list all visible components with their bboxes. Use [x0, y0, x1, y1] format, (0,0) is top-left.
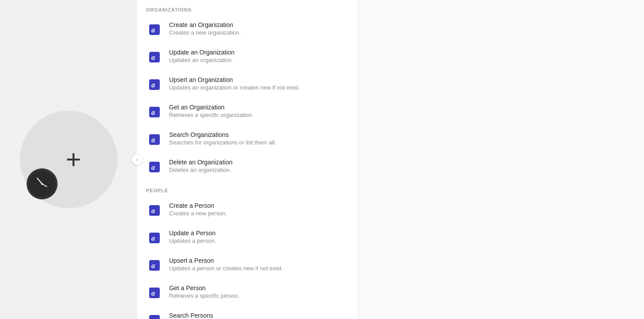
- menu-item-create-org[interactable]: a Create an OrganizationCreates a new or…: [137, 16, 358, 43]
- item-icon-update-org: a: [146, 49, 163, 66]
- svg-text:a: a: [151, 54, 155, 61]
- menu-item-create-person[interactable]: a Create a PersonCreates a new person.: [137, 197, 358, 224]
- item-icon-search-orgs: a: [146, 131, 163, 148]
- menu-item-search-persons[interactable]: a Search PersonsSearches for persons or …: [137, 307, 358, 319]
- menu-panel: ORGANIZATIONS a Create an OrganizationCr…: [137, 0, 359, 319]
- svg-text:a: a: [151, 317, 155, 319]
- menu-item-upsert-person[interactable]: a Upsert a PersonUpdates a person or cre…: [137, 252, 358, 279]
- svg-text:a: a: [151, 109, 155, 116]
- right-panel: [359, 0, 644, 319]
- item-content-create-person: Create a PersonCreates a new person.: [169, 202, 227, 217]
- section-header-people: PEOPLE: [137, 181, 358, 197]
- item-desc-upsert-person: Updates a person or creates new if not e…: [169, 265, 283, 272]
- svg-text:a: a: [151, 136, 155, 144]
- item-icon-get-person: a: [146, 284, 163, 301]
- menu-item-get-person[interactable]: a Get a PersonRetrieves a specific perso…: [137, 279, 358, 307]
- item-content-upsert-person: Upsert a PersonUpdates a person or creat…: [169, 257, 283, 272]
- svg-text:a: a: [151, 234, 155, 242]
- collapse-button[interactable]: ‹: [132, 154, 143, 165]
- item-title-create-person: Create a Person: [169, 202, 227, 209]
- item-desc-update-person: Updates a person.: [169, 237, 216, 244]
- item-title-get-org: Get an Organization: [169, 104, 254, 111]
- menu-item-get-org[interactable]: a Get an OrganizationRetrieves a specifi…: [137, 98, 358, 126]
- item-icon-delete-org: a: [146, 159, 163, 175]
- svg-text:a: a: [151, 163, 155, 171]
- svg-text:a: a: [151, 81, 155, 89]
- item-title-update-person: Update a Person: [169, 230, 216, 237]
- item-title-upsert-org: Upsert an Organization: [169, 76, 300, 83]
- menu-item-search-orgs[interactable]: a Search OrganizationsSearches for organ…: [137, 126, 358, 153]
- item-content-update-person: Update a PersonUpdates a person.: [169, 230, 216, 244]
- item-title-get-person: Get a Person: [169, 284, 240, 292]
- plus-icon: +: [66, 146, 81, 173]
- item-title-upsert-person: Upsert a Person: [169, 257, 283, 264]
- item-icon-get-org: a: [146, 104, 163, 121]
- svg-text:a: a: [151, 26, 155, 34]
- item-content-delete-org: Delete an OrganizationDeletes an organiz…: [169, 159, 232, 173]
- item-content-search-persons: Search PersonsSearches for persons or li…: [169, 312, 262, 319]
- item-desc-create-person: Creates a new person.: [169, 210, 227, 217]
- svg-text:a: a: [151, 289, 155, 297]
- item-content-update-org: Update an OrganizationUpdates an organiz…: [169, 49, 235, 63]
- circle-background: +: [20, 111, 117, 208]
- item-desc-get-person: Retrieves a specific person.: [169, 292, 240, 299]
- svg-text:a: a: [151, 207, 155, 214]
- svg-text:a: a: [151, 262, 155, 269]
- item-content-upsert-org: Upsert an OrganizationUpdates an organiz…: [169, 76, 300, 91]
- item-title-search-orgs: Search Organizations: [169, 131, 276, 138]
- menu-item-upsert-org[interactable]: a Upsert an OrganizationUpdates an organ…: [137, 71, 358, 98]
- item-content-get-person: Get a PersonRetrieves a specific person.: [169, 284, 240, 299]
- item-desc-get-org: Retrieves a specific organization.: [169, 112, 254, 118]
- item-title-create-org: Create an Organization: [169, 21, 241, 28]
- item-title-search-persons: Search Persons: [169, 312, 262, 319]
- clock-face: [29, 171, 55, 197]
- item-icon-update-person: a: [146, 230, 163, 246]
- left-panel: + ‹: [0, 0, 137, 319]
- item-icon-search-persons: a: [146, 312, 163, 319]
- menu-item-delete-org[interactable]: a Delete an OrganizationDeletes an organ…: [137, 153, 358, 181]
- item-icon-upsert-org: a: [146, 76, 163, 93]
- item-title-delete-org: Delete an Organization: [169, 159, 232, 166]
- menu-item-update-person[interactable]: a Update a PersonUpdates a person.: [137, 224, 358, 252]
- clock-icon: [27, 168, 58, 199]
- item-icon-create-person: a: [146, 202, 163, 219]
- section-header-organizations: ORGANIZATIONS: [137, 0, 358, 16]
- item-content-search-orgs: Search OrganizationsSearches for organiz…: [169, 131, 276, 146]
- clock-center-dot: [41, 183, 43, 185]
- item-content-create-org: Create an OrganizationCreates a new orga…: [169, 21, 241, 36]
- item-desc-delete-org: Deletes an organization.: [169, 167, 232, 173]
- item-desc-upsert-org: Updates an organization or creates new i…: [169, 84, 300, 91]
- item-icon-upsert-person: a: [146, 257, 163, 274]
- item-icon-create-org: a: [146, 21, 163, 38]
- item-desc-search-orgs: Searches for organizations or list them …: [169, 139, 276, 146]
- item-desc-update-org: Updates an organization.: [169, 57, 235, 63]
- item-title-update-org: Update an Organization: [169, 49, 235, 56]
- menu-item-update-org[interactable]: a Update an OrganizationUpdates an organ…: [137, 43, 358, 71]
- item-desc-create-org: Creates a new organization.: [169, 29, 241, 36]
- item-content-get-org: Get an OrganizationRetrieves a specific …: [169, 104, 254, 118]
